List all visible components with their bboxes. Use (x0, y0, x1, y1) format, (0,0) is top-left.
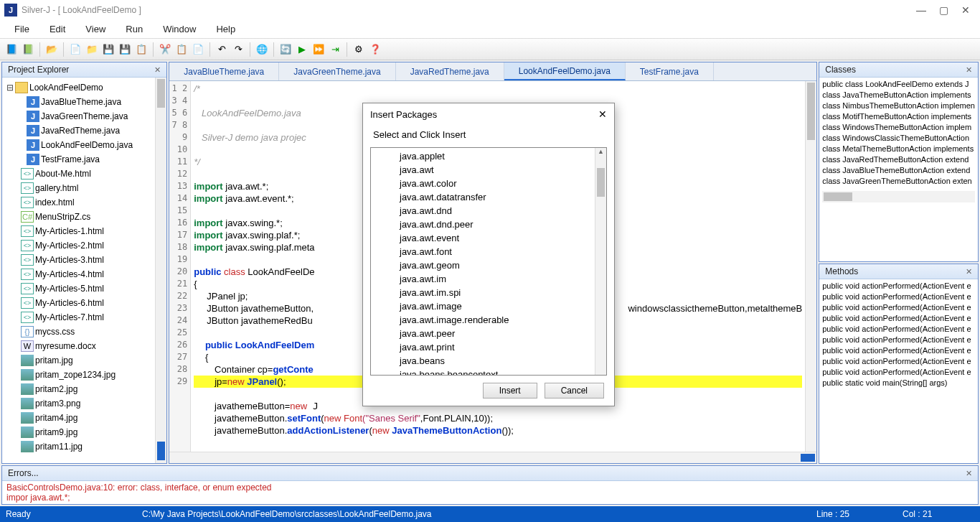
panel-close-icon[interactable]: ✕ (966, 65, 972, 75)
dialog-scrollbar[interactable]: ▲ (595, 148, 606, 375)
redo-icon[interactable]: ↷ (231, 42, 245, 57)
package-item[interactable]: java.awt.image.renderable (400, 313, 606, 327)
minimize-button[interactable]: — (916, 4, 926, 16)
panel-close-icon[interactable]: ✕ (154, 65, 161, 75)
package-item[interactable]: java.awt.peer (400, 327, 606, 340)
maximize-button[interactable]: ▢ (939, 4, 948, 16)
tree-file[interactable]: pritam2.jpg (35, 384, 77, 394)
copy-icon[interactable]: 📋 (174, 42, 189, 57)
step-icon[interactable]: ⏩ (311, 42, 326, 57)
tree-file[interactable]: pritam.jpg (35, 355, 73, 365)
panel-close-icon[interactable]: ✕ (966, 267, 972, 276)
package-item[interactable]: java.awt.geom (400, 258, 606, 272)
menu-help[interactable]: Help (207, 22, 244, 37)
menu-edit[interactable]: Edit (41, 22, 74, 37)
new-package-icon[interactable]: 📗 (21, 42, 35, 57)
package-item[interactable]: java.applet (400, 149, 606, 163)
tree-file[interactable]: My-Articles-5.html (35, 284, 104, 294)
tree-file[interactable]: JavaGreenTheme.java (41, 111, 128, 121)
tree-file[interactable]: pritam11.jpg (35, 442, 83, 452)
package-item[interactable]: java.awt.dnd.peer (400, 218, 606, 231)
tree-file[interactable]: My-Articles-2.html (35, 241, 104, 251)
refresh-icon[interactable]: 🔄 (278, 42, 293, 57)
settings-icon[interactable]: ⚙ (352, 42, 366, 57)
editor-vscrollbar[interactable] (805, 81, 816, 452)
method-item[interactable]: public void actionPerformed(ActionEvent … (822, 345, 975, 356)
package-list[interactable]: java.appletjava.awtjava.awt.colorjava.aw… (370, 147, 607, 376)
save-all-icon[interactable]: 💾 (118, 42, 132, 57)
tab-javaredtheme[interactable]: JavaRedTheme.java (396, 62, 504, 80)
dialog-close-icon[interactable]: ✕ (598, 108, 607, 120)
package-item[interactable]: java.awt.im (400, 272, 606, 286)
tree-file[interactable]: pritam9.jpg (35, 427, 77, 437)
tree-file[interactable]: pritam_zope1234.jpg (35, 370, 116, 380)
method-item[interactable]: public void actionPerformed(ActionEvent … (822, 313, 975, 324)
insert-button[interactable]: Insert (483, 383, 537, 399)
explorer-scrollbar[interactable] (155, 78, 166, 463)
package-item[interactable]: java.awt.color (400, 177, 606, 190)
tree-file[interactable]: JavaRedTheme.java (41, 126, 120, 136)
help-icon[interactable]: ❓ (368, 42, 382, 57)
class-item[interactable]: class MetalThemeButtonAction implements (822, 144, 975, 154)
package-item[interactable]: java.awt (400, 163, 606, 177)
open-project-icon[interactable]: 📂 (44, 42, 59, 57)
tree-file[interactable]: TestFrame.java (41, 154, 100, 164)
tab-lookandfeeldemo[interactable]: LookAndFeelDemo.java (504, 62, 626, 80)
tree-file[interactable]: LookAndFeelDemo.java (41, 140, 133, 150)
class-item[interactable]: class WindowsThemeButtonAction implem (822, 122, 975, 133)
tree-file[interactable]: index.html (35, 197, 75, 208)
tab-javabluetheme[interactable]: JavaBlueTheme.java (169, 62, 279, 80)
cut-icon[interactable]: ✂️ (158, 42, 172, 57)
tree-file[interactable]: gallery.html (35, 183, 78, 193)
package-item[interactable]: java.awt.print (400, 340, 606, 354)
new-project-icon[interactable]: 📘 (4, 42, 19, 57)
tree-file[interactable]: pritam4.jpg (35, 413, 77, 423)
method-item[interactable]: public void actionPerformed(ActionEvent … (822, 281, 975, 292)
package-item[interactable]: java.awt.image (400, 299, 606, 313)
menu-view[interactable]: View (77, 22, 114, 37)
package-item[interactable]: java.awt.im.spi (400, 286, 606, 299)
package-item[interactable]: java.awt.event (400, 231, 606, 245)
class-item[interactable]: class NimbusThemeButtonAction implemen (822, 101, 975, 111)
tab-testframe[interactable]: TestFrame.java (626, 62, 714, 80)
tree-file[interactable]: My-Articles-3.html (35, 255, 104, 265)
close-window-button[interactable]: ✕ (961, 4, 970, 16)
open-icon[interactable]: 📁 (85, 42, 99, 57)
menu-file[interactable]: File (6, 22, 38, 37)
tree-file[interactable]: pritam3.png (35, 399, 80, 409)
cancel-button[interactable]: Cancel (545, 383, 604, 399)
tree-root[interactable]: LookAndFeelDemo (29, 83, 103, 93)
method-item[interactable]: public void actionPerformed(ActionEvent … (822, 356, 975, 367)
class-item[interactable]: public class LookAndFeelDemo extends J (822, 79, 975, 90)
menu-run[interactable]: Run (117, 22, 151, 37)
step-out-icon[interactable]: ⇥ (328, 42, 342, 57)
editor-hscrollbar[interactable] (169, 452, 816, 463)
tree-file[interactable]: My-Articles-1.html (35, 226, 104, 236)
package-item[interactable]: java.awt.font (400, 245, 606, 258)
classes-hscrollbar[interactable] (822, 191, 975, 202)
tab-javagreentheme[interactable]: JavaGreenTheme.java (279, 62, 395, 80)
tree-file[interactable]: myresume.docx (35, 341, 96, 351)
class-item[interactable]: class JavaRedThemeButtonAction extend (822, 154, 975, 165)
class-item[interactable]: class JavaThemeButtonAction implements (822, 90, 975, 101)
class-item[interactable]: class WindowsClassicThemeButtonAction (822, 133, 975, 144)
package-item[interactable]: java.beans (400, 354, 606, 368)
panel-close-icon[interactable]: ✕ (966, 469, 972, 478)
tree-file[interactable]: About-Me.html (35, 169, 91, 179)
new-file-icon[interactable]: 📄 (68, 42, 83, 57)
method-item[interactable]: public void actionPerformed(ActionEvent … (822, 335, 975, 345)
method-item[interactable]: public void actionPerformed(ActionEvent … (822, 324, 975, 335)
package-item[interactable]: java.beans.beancontext (400, 368, 606, 376)
tree-file[interactable]: My-Articles-4.html (35, 269, 104, 279)
run-icon[interactable]: ▶ (295, 42, 309, 57)
tree-file[interactable]: mycss.css (35, 327, 75, 337)
tree-file[interactable]: My-Articles-6.html (35, 298, 104, 308)
tree-file[interactable]: MenuStripZ.cs (35, 212, 90, 222)
paste-icon[interactable]: 📄 (191, 42, 205, 57)
tree-file[interactable]: JavaBlueTheme.java (41, 97, 121, 107)
class-item[interactable]: class MotifThemeButtonAction implements (822, 111, 975, 122)
method-item[interactable]: public void actionPerformed(ActionEvent … (822, 367, 975, 378)
method-item[interactable]: public void actionPerformed(ActionEvent … (822, 302, 975, 313)
menu-window[interactable]: Window (154, 22, 204, 37)
undo-icon[interactable]: ↶ (215, 42, 229, 57)
